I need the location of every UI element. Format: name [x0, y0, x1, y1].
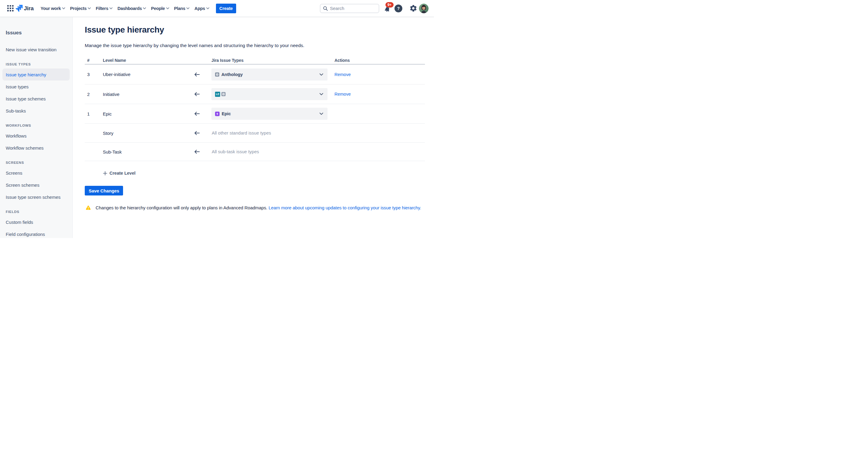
- table-header-row: # Level Name Jira Issue Types Actions: [85, 57, 425, 64]
- epic-issue-type-icon: [215, 112, 220, 116]
- issue-type-select[interactable]: LE: [211, 88, 328, 100]
- sidebar-section-issue-types: ISSUE TYPES: [0, 60, 72, 68]
- sidebar-section-workflows: WORKFLOWS: [0, 121, 72, 130]
- warning-learn-more-link[interactable]: Learn more about upcoming updates to con…: [269, 205, 421, 210]
- sidebar-item-screens[interactable]: Screens: [0, 167, 72, 179]
- warning-sentence: Changes to the hierarchy configuration w…: [96, 205, 267, 210]
- notifications-button[interactable]: 9+: [383, 5, 391, 13]
- top-navigation-bar: Jira Your work Projects Filters Dashboar…: [0, 0, 434, 17]
- help-button[interactable]: ?: [395, 4, 402, 12]
- sidebar-item-issue-type-hierarchy[interactable]: Issue type hierarchy: [2, 68, 70, 81]
- issue-type-placeholder: All sub-task issue types: [211, 149, 259, 154]
- sidebar-item-custom-fields[interactable]: Custom fields: [0, 216, 72, 228]
- nav-menu-label: Your work: [41, 6, 61, 11]
- hierarchy-table: # Level Name Jira Issue Types Actions 3 …: [85, 57, 425, 161]
- chevron-down-icon: [319, 73, 323, 76]
- search-input[interactable]: [330, 6, 376, 11]
- nav-menu-plans[interactable]: Plans: [174, 6, 189, 11]
- sidebar-item-issue-type-schemes[interactable]: Issue type schemes: [0, 93, 72, 105]
- table-row-sub-task: Sub-Task All sub-task issue types: [85, 143, 425, 161]
- row-level-name: Sub-Task: [103, 149, 183, 154]
- warning-icon: [86, 205, 91, 211]
- row-level-name: Story: [103, 130, 183, 136]
- nav-menu-people[interactable]: People: [151, 6, 169, 11]
- chevron-down-icon: [319, 93, 323, 95]
- column-header-level-name: Level Name: [103, 58, 183, 63]
- column-header-actions: Actions: [335, 58, 350, 63]
- issue-type-select[interactable]: Anthology: [211, 68, 328, 81]
- sidebar-item-workflows[interactable]: Workflows: [0, 130, 72, 142]
- sidebar-item-sub-tasks[interactable]: Sub-tasks: [0, 105, 72, 117]
- issue-type-cell: All sub-task issue types: [211, 149, 328, 154]
- row-level-name: Initiative: [103, 92, 183, 97]
- chevron-down-icon: [110, 7, 113, 9]
- generic-issue-type-icon: [221, 92, 226, 96]
- nav-menu-label: Filters: [96, 6, 108, 11]
- primary-nav-menus: Your work Projects Filters Dashboards Pe…: [41, 6, 214, 11]
- nav-menu-filters[interactable]: Filters: [96, 6, 113, 11]
- sidebar-section-fields: FIELDS: [0, 208, 72, 216]
- column-header-number: #: [85, 58, 103, 63]
- nav-menu-label: Projects: [70, 6, 87, 11]
- generic-issue-type-icon: [215, 72, 219, 77]
- search-icon: [323, 6, 328, 11]
- issue-type-badges: LE: [215, 92, 226, 97]
- settings-sidebar: Issues New issue view transition ISSUE T…: [0, 17, 73, 238]
- issue-type-cell: All other standard issue types: [211, 130, 328, 136]
- nav-menu-label: Plans: [174, 6, 185, 11]
- sidebar-item-field-configurations[interactable]: Field configurations: [0, 228, 72, 238]
- row-level-name: Uber-initiative: [103, 72, 183, 77]
- column-header-jira-issue-types: Jira Issue Types: [211, 58, 328, 63]
- chevron-down-icon: [166, 7, 169, 9]
- remove-link[interactable]: Remove: [335, 92, 351, 96]
- warning-text: Changes to the hierarchy configuration w…: [96, 205, 421, 211]
- create-button[interactable]: Create: [216, 4, 236, 13]
- question-mark-icon: ?: [397, 6, 400, 11]
- selected-issue-type-label: Epic: [222, 111, 231, 116]
- nav-menu-your-work[interactable]: Your work: [41, 6, 65, 11]
- issue-type-placeholder: All other standard issue types: [211, 130, 271, 136]
- row-level-number: 2: [85, 92, 103, 97]
- nav-menu-label: Dashboards: [117, 6, 142, 11]
- arrow-left-icon: [183, 110, 211, 117]
- nav-menu-projects[interactable]: Projects: [70, 6, 91, 11]
- create-level-button[interactable]: Create Level: [103, 168, 135, 179]
- sidebar-item-screen-schemes[interactable]: Screen schemes: [0, 179, 72, 191]
- remove-link[interactable]: Remove: [335, 72, 351, 77]
- chevron-down-icon: [206, 7, 209, 9]
- action-cell: Remove: [335, 72, 351, 77]
- warning-message: Changes to the hierarchy configuration w…: [85, 205, 425, 211]
- avatar-photo: [419, 4, 429, 13]
- page-description: Manage the issue type hierarchy by chang…: [85, 42, 425, 49]
- sidebar-item-new-issue-view-transition[interactable]: New issue view transition: [0, 43, 72, 56]
- user-avatar[interactable]: [419, 4, 429, 13]
- jira-brand-name: Jira: [24, 5, 34, 12]
- issue-type-cell: Epic: [211, 108, 328, 120]
- jira-logo[interactable]: Jira: [16, 5, 34, 12]
- settings-button[interactable]: [409, 4, 417, 13]
- nav-menu-dashboards[interactable]: Dashboards: [117, 6, 146, 11]
- nav-menu-apps[interactable]: Apps: [194, 6, 209, 11]
- sidebar-item-issue-types[interactable]: Issue types: [0, 81, 72, 93]
- save-changes-button[interactable]: Save Changes: [85, 186, 123, 196]
- selected-issue-type-label: Anthology: [221, 72, 243, 77]
- row-level-name: Epic: [103, 111, 183, 116]
- chevron-down-icon: [143, 7, 146, 9]
- sidebar-item-issue-type-screen-schemes[interactable]: Issue type screen schemes: [0, 191, 72, 203]
- row-level-number: 1: [85, 111, 103, 116]
- create-level-label: Create Level: [110, 171, 135, 176]
- jira-mark-icon: [16, 5, 23, 12]
- sidebar-section-screens: SCREENS: [0, 158, 72, 167]
- search-box[interactable]: [320, 4, 379, 13]
- issue-type-select[interactable]: Epic: [211, 108, 328, 120]
- grid-icon: [7, 5, 14, 12]
- page-title: Issue type hierarchy: [85, 25, 425, 35]
- row-level-number: 3: [85, 72, 103, 77]
- chevron-down-icon: [88, 7, 91, 9]
- chevron-down-icon: [186, 7, 189, 9]
- app-switcher-icon[interactable]: [7, 5, 14, 12]
- issue-type-cell: LE: [211, 88, 328, 100]
- chevron-down-icon: [62, 7, 65, 9]
- sidebar-item-workflow-schemes[interactable]: Workflow schemes: [0, 142, 72, 154]
- arrow-left-icon: [183, 148, 211, 155]
